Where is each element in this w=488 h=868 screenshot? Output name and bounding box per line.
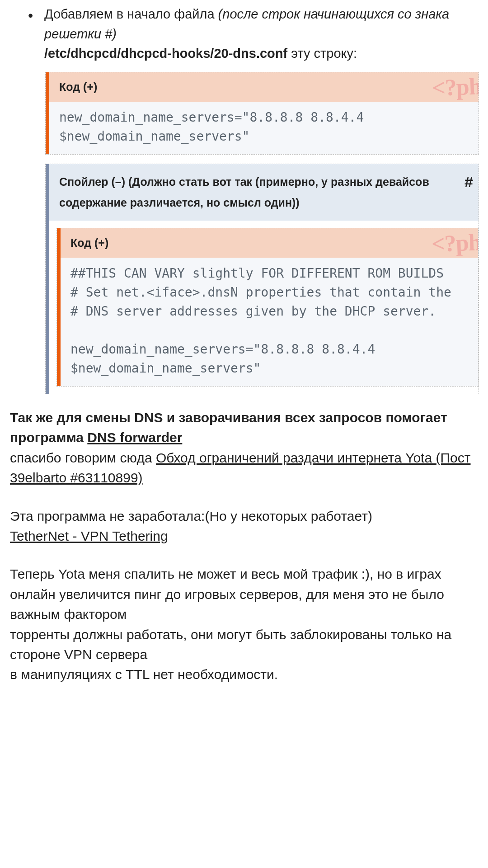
paragraph-tethernet: TetherNet - VPN Tethering [10, 526, 478, 546]
paragraph-dns-forwarder: Так же для смены DNS и заворачивания все… [10, 408, 478, 448]
p1-prefix: Так же для смены DNS и заворачивания все… [10, 410, 447, 445]
article-text: Так же для смены DNS и заворачивания все… [9, 408, 479, 685]
p2-prefix: спасибо говорим сюда [10, 450, 156, 465]
instruction-list: Добавляем в начало файла (после строк на… [9, 5, 479, 64]
code-header-label-2: Код (+) [70, 236, 108, 249]
php-watermark-icon: <?ph [431, 228, 479, 262]
paragraph-yota: Теперь Yota меня спалить не может и весь… [10, 564, 478, 624]
instruction-path: /etc/dhcpcd/dhcpcd-hooks/20-dns.conf [44, 46, 287, 61]
code-body-2: ##THIS CAN VARY slightly FOR DIFFERENT R… [57, 258, 478, 386]
code-header-label-1: Код (+) [59, 80, 97, 93]
code-block-1: Код (+) <?ph new_domain_name_servers="8.… [45, 72, 479, 155]
php-watermark-icon: <?ph [431, 72, 479, 106]
paragraph-not-working: Эта программа не заработала:(Но у некото… [10, 506, 478, 526]
spoiler-body: Код (+) <?ph ##THIS CAN VARY slightly FO… [46, 221, 479, 394]
spoiler-header[interactable]: Спойлер (–) (Должно стать вот так (приме… [46, 164, 479, 221]
code-header-1[interactable]: Код (+) <?ph [46, 72, 479, 102]
spoiler-block: Спойлер (–) (Должно стать вот так (приме… [45, 164, 479, 394]
hash-icon: # [465, 168, 473, 196]
spoiler-header-label: Спойлер (–) (Должно стать вот так (приме… [59, 175, 429, 209]
code-header-2[interactable]: Код (+) <?ph [57, 228, 478, 258]
instruction-prefix: Добавляем в начало файла [44, 7, 218, 21]
link-tethernet[interactable]: TetherNet - VPN Tethering [10, 528, 168, 543]
instruction-item: Добавляем в начало файла (после строк на… [44, 5, 479, 64]
instruction-suffix: эту строку: [287, 46, 357, 61]
paragraph-ttl: в манипуляциях с TTL нет необходимости. [10, 665, 478, 684]
paragraph-torrents: торренты должны работать, они могут быть… [10, 625, 478, 665]
link-dns-forwarder[interactable]: DNS forwarder [87, 430, 182, 445]
paragraph-thanks: спасибо говорим сюда Обход ограничений р… [10, 448, 478, 488]
code-block-2: Код (+) <?ph ##THIS CAN VARY slightly FO… [56, 228, 479, 387]
code-body-1: new_domain_name_servers="8.8.8.8 8.8.4.4… [46, 102, 479, 154]
